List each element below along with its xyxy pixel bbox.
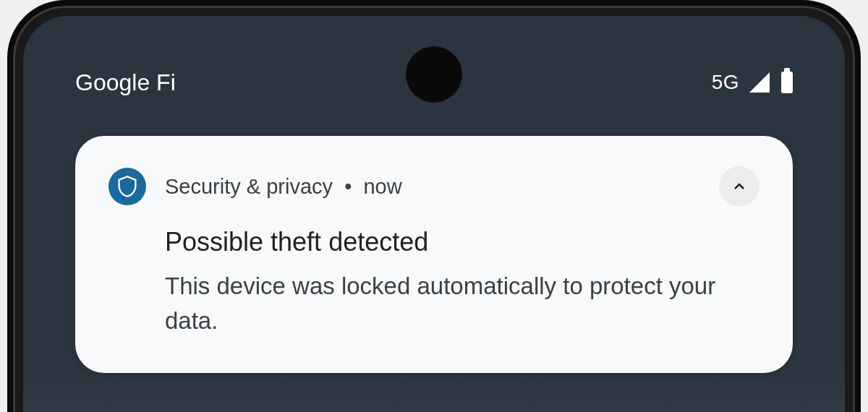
shield-icon bbox=[109, 168, 146, 205]
status-bar: Google Fi 5G bbox=[23, 61, 845, 104]
notification-time: now bbox=[363, 175, 401, 198]
notification-card[interactable]: Security & privacy • now Possible theft … bbox=[75, 136, 793, 373]
network-type-label: 5G bbox=[712, 71, 739, 94]
battery-icon bbox=[781, 72, 793, 93]
notification-body: Possible theft detected This device was … bbox=[109, 227, 760, 338]
signal-icon bbox=[749, 72, 770, 93]
separator: • bbox=[344, 175, 352, 198]
notification-title: Possible theft detected bbox=[165, 227, 760, 257]
status-indicators: 5G bbox=[712, 71, 793, 94]
phone-frame: Google Fi 5G Security & privacy • now bbox=[7, 0, 861, 412]
notification-text: This device was locked automatically to … bbox=[165, 269, 760, 338]
chevron-up-icon bbox=[731, 178, 748, 195]
collapse-button[interactable] bbox=[719, 166, 760, 207]
phone-screen: Google Fi 5G Security & privacy • now bbox=[23, 16, 845, 412]
carrier-label: Google Fi bbox=[75, 69, 712, 96]
notification-header: Security & privacy • now bbox=[109, 166, 760, 207]
notification-source: Security & privacy • now bbox=[165, 175, 700, 199]
app-name: Security & privacy bbox=[165, 175, 333, 198]
